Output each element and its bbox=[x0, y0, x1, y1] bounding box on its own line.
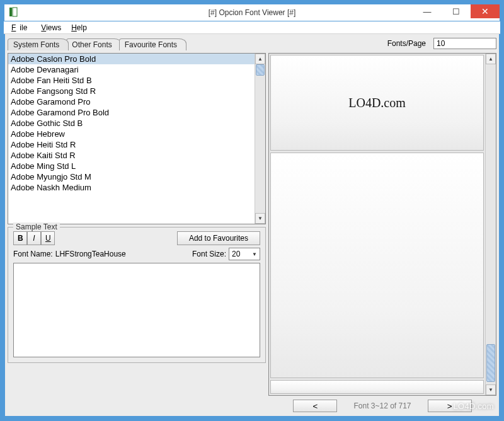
prev-page-button[interactable]: < bbox=[293, 400, 337, 412]
sample-text-legend: Sample Text bbox=[13, 222, 60, 231]
list-item[interactable]: Adobe Caslon Pro Bold bbox=[8, 54, 255, 64]
list-item[interactable]: Adobe Myungjo Std M bbox=[8, 171, 255, 182]
scroll-track[interactable] bbox=[255, 64, 265, 213]
list-item[interactable]: Adobe Heiti Std R bbox=[8, 139, 255, 150]
tab-other-fonts[interactable]: Other Fonts bbox=[66, 38, 121, 50]
font-size-value: 20 bbox=[232, 250, 240, 258]
preview-card[interactable]: LO4D.com bbox=[270, 55, 484, 151]
tab-system-fonts[interactable]: System Fonts bbox=[8, 38, 69, 50]
right-column: Fonts/Page LO4D.com ▲ ▼ < bbox=[268, 37, 496, 413]
window-title: [#] Opcion Font Viewer [#] bbox=[209, 8, 296, 17]
fonts-per-page-input[interactable] bbox=[433, 38, 496, 49]
menubar: File Views Help bbox=[4, 21, 500, 34]
scroll-up-icon[interactable]: ▲ bbox=[255, 54, 265, 64]
list-item[interactable]: Adobe Fangsong Std R bbox=[8, 86, 255, 96]
list-item[interactable]: Adobe Devanagari bbox=[8, 64, 255, 75]
scroll-down-icon[interactable]: ▼ bbox=[486, 384, 496, 395]
sample-text-area[interactable] bbox=[13, 263, 260, 357]
scroll-up-icon[interactable]: ▲ bbox=[486, 54, 496, 64]
font-list-scrollbar[interactable]: ▲ ▼ bbox=[255, 54, 265, 224]
preview-scrollbar[interactable]: ▲ ▼ bbox=[485, 54, 496, 395]
scroll-thumb[interactable] bbox=[486, 344, 495, 382]
preview-card[interactable] bbox=[270, 380, 484, 394]
list-item[interactable]: Adobe Garamond Pro Bold bbox=[8, 107, 255, 118]
svg-rect-1 bbox=[13, 8, 17, 16]
list-item[interactable]: Adobe Gothic Std B bbox=[8, 118, 255, 129]
svg-rect-0 bbox=[9, 8, 12, 16]
preview-inner: LO4D.com bbox=[269, 54, 485, 395]
menu-file[interactable]: File bbox=[8, 23, 35, 32]
chevron-down-icon: ▼ bbox=[252, 251, 257, 257]
page-status: Font 3~12 of 717 bbox=[353, 401, 411, 410]
fonts-per-page-label: Fonts/Page bbox=[268, 39, 430, 48]
add-to-favourites-button[interactable]: Add to Favourites bbox=[177, 231, 260, 245]
list-item[interactable]: Adobe Ming Std L bbox=[8, 161, 255, 171]
font-name-label: Font Name: bbox=[13, 250, 53, 258]
preview-card[interactable] bbox=[270, 153, 484, 378]
underline-button[interactable]: U bbox=[41, 231, 55, 245]
app-icon bbox=[8, 7, 18, 17]
app-window: [#] Opcion Font Viewer [#] — ☐ ✕ File Vi… bbox=[4, 4, 500, 417]
font-listbox: Adobe Caslon Pro Bold Adobe Devanagari A… bbox=[8, 53, 266, 224]
preview-panel: LO4D.com ▲ ▼ bbox=[268, 53, 496, 396]
maximize-button[interactable]: ☐ bbox=[442, 4, 471, 18]
menu-views[interactable]: Views bbox=[37, 23, 65, 32]
close-button[interactable]: ✕ bbox=[471, 4, 500, 18]
list-item[interactable]: Adobe Garamond Pro bbox=[8, 96, 255, 107]
italic-button[interactable]: I bbox=[27, 231, 41, 245]
font-size-label: Font Size: bbox=[192, 250, 226, 258]
watermark: LO4D.com bbox=[453, 401, 494, 411]
left-column: System Fonts Other Fonts Favourite Fonts… bbox=[8, 37, 266, 413]
style-buttons: B I U bbox=[13, 231, 55, 245]
minimize-button[interactable]: — bbox=[413, 4, 442, 18]
font-name-value: LHFStrongTeaHouse bbox=[55, 250, 126, 258]
list-item[interactable]: Adobe Fan Heiti Std B bbox=[8, 75, 255, 86]
list-item[interactable]: Adobe Hebrew bbox=[8, 129, 255, 139]
tabs: System Fonts Other Fonts Favourite Fonts bbox=[8, 37, 266, 50]
tab-favourite-fonts[interactable]: Favourite Fonts bbox=[119, 38, 186, 50]
list-item[interactable]: Adobe Kaiti Std R bbox=[8, 150, 255, 161]
scroll-track[interactable] bbox=[486, 64, 496, 384]
client-area: System Fonts Other Fonts Favourite Fonts… bbox=[4, 34, 500, 417]
fonts-per-page-row: Fonts/Page bbox=[268, 37, 496, 50]
scroll-down-icon[interactable]: ▼ bbox=[255, 213, 265, 224]
list-item[interactable]: Adobe Naskh Medium bbox=[8, 182, 255, 193]
bold-button[interactable]: B bbox=[13, 231, 27, 245]
menu-help[interactable]: Help bbox=[67, 23, 91, 32]
sample-text-group: Sample Text B I U Add to Favourites Font… bbox=[8, 227, 266, 363]
window-controls: — ☐ ✕ bbox=[413, 4, 500, 18]
titlebar: [#] Opcion Font Viewer [#] — ☐ ✕ bbox=[4, 4, 500, 21]
font-list-items[interactable]: Adobe Caslon Pro Bold Adobe Devanagari A… bbox=[8, 54, 255, 224]
scroll-thumb[interactable] bbox=[256, 64, 265, 76]
font-size-combo[interactable]: 20 ▼ bbox=[229, 248, 260, 260]
